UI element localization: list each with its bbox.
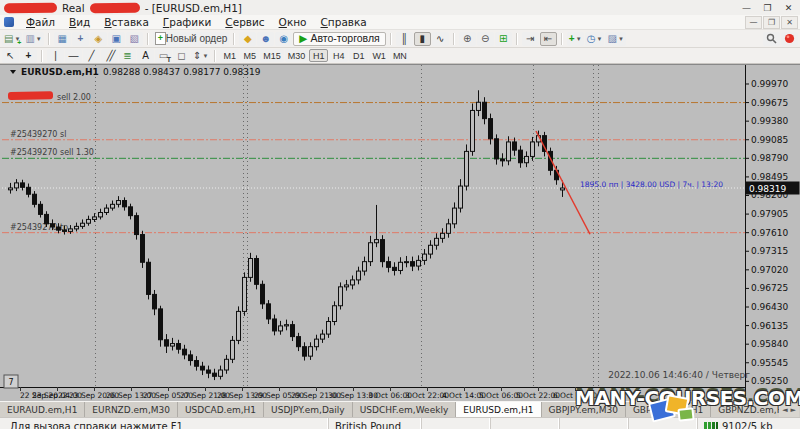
candle-body xyxy=(63,230,67,231)
vertical-line-button[interactable]: | xyxy=(47,49,64,63)
candle-body xyxy=(459,186,463,208)
tile-windows-button[interactable]: ⊞ xyxy=(495,32,512,46)
shapes-button[interactable]: ◻ xyxy=(173,49,190,63)
candle-body xyxy=(219,370,223,376)
candle-body xyxy=(381,240,385,262)
toolbar-separator xyxy=(453,33,455,45)
price-chart-canvas[interactable]: sell 2.00#25439270 sl#25439270 sell 1.30… xyxy=(0,65,800,401)
templates-button[interactable]: ▨▼ xyxy=(605,32,625,46)
price-axis-label: 0.95250 xyxy=(751,376,788,386)
timeframe-m15-button[interactable]: M15 xyxy=(260,49,284,62)
data-window-button[interactable]: + xyxy=(72,32,89,46)
search-icon[interactable] xyxy=(763,32,780,46)
community-alert-icon[interactable] xyxy=(781,32,798,46)
timeframe-m30-button[interactable]: M30 xyxy=(285,49,309,62)
new-order-button[interactable]: +Новый ордер xyxy=(153,32,230,46)
candle-body xyxy=(441,233,445,238)
menu-item-1[interactable]: Файл xyxy=(19,15,62,29)
chart-context-arrow-icon[interactable] xyxy=(10,70,16,74)
experts-icon: ☻ xyxy=(261,34,272,44)
candle-body xyxy=(471,110,475,151)
mdi-restore-button[interactable]: ❐ xyxy=(763,16,780,29)
price-axis-label: 0.97020 xyxy=(751,265,788,275)
candle-body xyxy=(237,311,241,340)
price-axis-label: 0.99970 xyxy=(751,79,788,89)
candle-body xyxy=(363,262,367,271)
redacted-order-id xyxy=(8,91,53,100)
arrows-button[interactable]: ⇕▼ xyxy=(191,49,210,63)
candle-body xyxy=(105,208,109,212)
bar-chart-button[interactable]: ║ xyxy=(396,32,413,46)
label-button[interactable]: ▭T xyxy=(155,49,172,63)
zoom-in-button[interactable]: ⊕ xyxy=(459,32,476,46)
close-button[interactable]: ✕ xyxy=(779,1,798,14)
timeframe-m5-button[interactable]: M5 xyxy=(240,49,259,62)
line-chart-button[interactable]: ∿ xyxy=(432,32,449,46)
chart-tab-usdchf[interactable]: USDCHF.em,Weekly xyxy=(353,402,457,417)
periods-button[interactable]: ◷▼ xyxy=(585,32,605,46)
toolbar-separator xyxy=(147,33,149,45)
minimize-button[interactable]: — xyxy=(737,1,756,14)
chart-tab-usdjpy[interactable]: USDJPY.em,Daily xyxy=(264,402,353,417)
zoom-out-button[interactable]: ⊖ xyxy=(477,32,494,46)
market-watch-button[interactable]: ▦ xyxy=(54,32,71,46)
menu-item-4[interactable]: Графики xyxy=(156,15,218,29)
menu-item-6[interactable]: Окно xyxy=(272,15,314,29)
price-axis-label: 0.95545 xyxy=(751,358,788,368)
measure-label: 1895.0 пп | 3428.00 USD | 7ч. | 13:20 xyxy=(580,180,723,189)
data-window-icon: + xyxy=(77,34,83,44)
chart-tab-eurnzd[interactable]: EURNZD.em,M30 xyxy=(85,402,178,417)
experts-button[interactable]: ☻ xyxy=(257,32,274,46)
profiles-button[interactable]: ▥▼ xyxy=(23,32,43,46)
horizontal-line-button[interactable]: — xyxy=(65,49,82,63)
price-axis-label: 0.99380 xyxy=(751,116,788,126)
channel-icon: ╱╱ xyxy=(106,51,112,61)
community-button[interactable]: ◉ xyxy=(275,32,292,46)
metaeditor-icon: ◆ xyxy=(244,34,252,44)
chart-area[interactable]: sell 2.00#25439270 sl#25439270 sell 1.30… xyxy=(0,64,800,401)
candle-body xyxy=(261,284,265,304)
candle-body xyxy=(405,262,409,263)
menu-item-5[interactable]: Сервис xyxy=(218,15,271,29)
line-studies-toolbar: ↖+|—╱╱╱≣A▭T◻⇕▼M1M5M15M30H1H4D1W1MN xyxy=(0,48,800,64)
candle-body xyxy=(27,187,31,194)
menu-item-3[interactable]: Вставка xyxy=(97,15,156,29)
timeframe-h1-button[interactable]: H1 xyxy=(309,49,328,62)
standard-toolbar: ▤▼+▥▼▦+◈▣▧+Новый ордер◆☻◉▶Авто-торговля║… xyxy=(0,30,800,48)
mdi-close-button[interactable]: ✕ xyxy=(781,16,798,29)
candlestick-button[interactable]: ▮ xyxy=(414,32,431,46)
toolbar-separator xyxy=(41,50,43,62)
metaeditor-button[interactable]: ◆ xyxy=(239,32,256,46)
chart-tab-usdcad[interactable]: USDCAD.em,H1 xyxy=(178,402,264,417)
navigator-button[interactable]: ◈ xyxy=(90,32,107,46)
candle-body xyxy=(177,344,181,350)
trendline-button[interactable]: ╱ xyxy=(83,49,100,63)
menu-item-7[interactable]: Справка xyxy=(314,15,374,29)
menu-item-2[interactable]: Вид xyxy=(62,15,97,29)
timeframe-h4-button[interactable]: H4 xyxy=(329,49,348,62)
candle-body xyxy=(243,277,247,311)
crosshair-button[interactable]: + xyxy=(20,49,37,63)
mdi-minimize-button[interactable]: — xyxy=(745,16,762,29)
restore-button[interactable]: ❐ xyxy=(758,1,777,14)
new-chart-button[interactable]: ▤▼+ xyxy=(2,32,22,46)
text-button[interactable]: A xyxy=(137,49,154,63)
timeframe-d1-button[interactable]: D1 xyxy=(349,49,368,62)
channel-button[interactable]: ╱╱ xyxy=(101,49,118,63)
strategy-tester-button[interactable]: ▧ xyxy=(126,32,143,46)
candle-body xyxy=(57,227,61,230)
watermark-logo xyxy=(648,392,698,426)
indicators-button[interactable]: +▼ xyxy=(567,32,584,46)
cursor-button[interactable]: ↖ xyxy=(2,49,19,63)
auto-scroll-button[interactable]: ⇥ xyxy=(522,32,539,46)
autotrading-button[interactable]: ▶Авто-торговля xyxy=(293,32,385,46)
terminal-button[interactable]: ▣ xyxy=(108,32,125,46)
timeframe-mn-button[interactable]: MN xyxy=(390,49,410,62)
fibonacci-button[interactable]: ≣ xyxy=(119,49,136,63)
chart-tab-eurusd[interactable]: EURUSD.em,H1 xyxy=(456,402,541,417)
timeframe-m1-button[interactable]: M1 xyxy=(220,49,239,62)
chart-shift-button[interactable]: ⇤ xyxy=(540,32,557,46)
chart-tab-euraud[interactable]: EURAUD.em,H1 xyxy=(0,402,85,417)
zoom-out-icon: ⊖ xyxy=(481,34,489,44)
timeframe-w1-button[interactable]: W1 xyxy=(369,49,389,62)
